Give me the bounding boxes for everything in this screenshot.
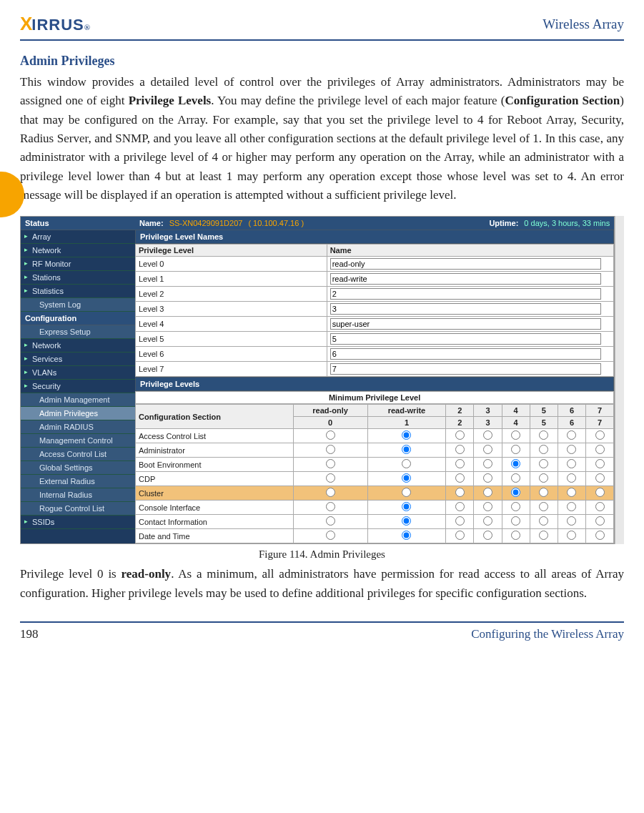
sidebar-header-status: Status (21, 217, 135, 230)
sidebar-item[interactable]: Services (21, 353, 135, 366)
privilege-radio[interactable] (567, 459, 576, 468)
privilege-radio[interactable] (455, 531, 465, 540)
privilege-radio[interactable] (483, 459, 492, 468)
privilege-radio[interactable] (402, 502, 411, 511)
sidebar-item[interactable]: VLANs (21, 366, 135, 380)
privilege-radio[interactable] (567, 430, 576, 440)
privilege-radio[interactable] (511, 488, 520, 497)
sidebar-subitem[interactable]: Rogue Control List (21, 502, 135, 516)
level-name-input[interactable] (330, 318, 601, 330)
level-name-input[interactable] (330, 273, 601, 285)
privilege-radio[interactable] (402, 430, 411, 440)
privilege-radio[interactable] (539, 516, 548, 526)
privilege-radio[interactable] (402, 445, 411, 454)
sidebar-item[interactable]: Express Setup (21, 325, 135, 339)
privilege-radio[interactable] (511, 502, 520, 511)
privilege-radio[interactable] (539, 445, 548, 454)
privilege-radio[interactable] (483, 502, 492, 511)
privilege-radio[interactable] (455, 516, 465, 526)
sidebar-subitem[interactable]: Admin Privileges (21, 407, 135, 420)
sidebar-item[interactable]: Network (21, 244, 135, 257)
privilege-radio[interactable] (595, 445, 605, 454)
privilege-radio[interactable] (511, 459, 520, 468)
privilege-radio[interactable] (595, 531, 605, 540)
level-name-input[interactable] (330, 303, 601, 315)
page-number: 198 (20, 627, 39, 641)
privilege-radio[interactable] (455, 488, 465, 497)
privilege-radio[interactable] (595, 459, 605, 468)
sidebar-subitem[interactable]: Internal Radius (21, 488, 135, 502)
sidebar-item[interactable]: Security (21, 380, 135, 393)
scrollbar[interactable] (615, 216, 624, 544)
privilege-radio[interactable] (567, 516, 576, 526)
sidebar-item[interactable]: Stations (21, 271, 135, 285)
privilege-radio[interactable] (511, 445, 520, 454)
sidebar-subitem[interactable]: Admin RADIUS (21, 420, 135, 434)
sidebar-item[interactable]: Network (21, 339, 135, 353)
privilege-radio[interactable] (595, 516, 605, 526)
privilege-radio[interactable] (595, 502, 605, 511)
privilege-radio[interactable] (455, 445, 465, 454)
level-name-input[interactable] (330, 333, 601, 345)
privilege-radio[interactable] (483, 445, 492, 454)
privilege-radio[interactable] (326, 488, 335, 497)
privilege-radio[interactable] (567, 473, 576, 483)
privilege-radio[interactable] (455, 473, 465, 483)
privilege-radio[interactable] (595, 430, 605, 440)
sidebar-subitem[interactable]: External Radius (21, 475, 135, 488)
privilege-radio[interactable] (326, 502, 335, 511)
privilege-radio[interactable] (595, 473, 605, 483)
privilege-radio[interactable] (402, 459, 411, 468)
sidebar-subitem[interactable]: Global Settings (21, 461, 135, 475)
privilege-radio[interactable] (567, 445, 576, 454)
privilege-radio[interactable] (567, 531, 576, 540)
sidebar-item[interactable]: RF Monitor (21, 257, 135, 271)
privilege-radio[interactable] (483, 430, 492, 440)
level-name-input[interactable] (330, 258, 601, 270)
privilege-radio[interactable] (483, 488, 492, 497)
privilege-radio[interactable] (402, 516, 411, 526)
privilege-radio[interactable] (326, 459, 335, 468)
privilege-radio[interactable] (595, 488, 605, 497)
sidebar-item[interactable]: Statistics (21, 285, 135, 298)
privilege-radio[interactable] (511, 473, 520, 483)
table-row: Boot Environment (136, 458, 614, 472)
privilege-radio[interactable] (483, 516, 492, 526)
sidebar-subitem[interactable]: Management Control (21, 434, 135, 448)
privilege-radio[interactable] (567, 488, 576, 497)
sidebar-item[interactable]: System Log (21, 298, 135, 312)
privilege-radio[interactable] (511, 430, 520, 440)
privilege-radio[interactable] (402, 531, 411, 540)
cell-level: Level 4 (136, 317, 327, 332)
privilege-radio[interactable] (539, 430, 548, 440)
privilege-radio[interactable] (455, 459, 465, 468)
privilege-radio[interactable] (326, 430, 335, 440)
privilege-radio[interactable] (511, 516, 520, 526)
privilege-radio[interactable] (483, 531, 492, 540)
min-priv-header: Minimum Privilege Level (135, 391, 614, 404)
privilege-radio[interactable] (539, 531, 548, 540)
privilege-radio[interactable] (455, 502, 465, 511)
privilege-radio[interactable] (455, 430, 465, 440)
privilege-radio[interactable] (402, 473, 411, 483)
panel-header-priv-levels: Privilege Levels (135, 377, 614, 391)
privilege-radio[interactable] (483, 473, 492, 483)
privilege-radio[interactable] (567, 502, 576, 511)
privilege-radio[interactable] (326, 531, 335, 540)
level-name-input[interactable] (330, 363, 601, 375)
privilege-radio[interactable] (402, 488, 411, 497)
sidebar-item[interactable]: Array (21, 230, 135, 244)
privilege-radio[interactable] (326, 516, 335, 526)
sidebar-item-ssids[interactable]: SSIDs (21, 516, 135, 529)
privilege-radio[interactable] (539, 488, 548, 497)
privilege-radio[interactable] (326, 473, 335, 483)
privilege-radio[interactable] (511, 531, 520, 540)
privilege-radio[interactable] (539, 473, 548, 483)
level-name-input[interactable] (330, 288, 601, 300)
level-name-input[interactable] (330, 348, 601, 360)
privilege-radio[interactable] (539, 459, 548, 468)
privilege-radio[interactable] (539, 502, 548, 511)
sidebar-subitem[interactable]: Admin Management (21, 393, 135, 407)
sidebar-subitem[interactable]: Access Control List (21, 448, 135, 461)
privilege-radio[interactable] (326, 445, 335, 454)
